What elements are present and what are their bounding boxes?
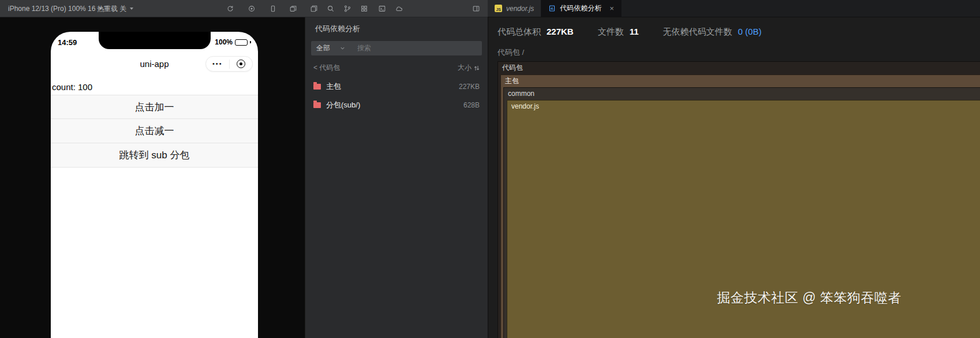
package-name: 分包(sub/) xyxy=(326,100,360,110)
refresh-icon[interactable] xyxy=(226,5,234,13)
sort-control[interactable]: 大小 xyxy=(458,63,480,73)
phone-frame: 14:59 100% uni-app ••• count: 100 点击加一 点… xyxy=(51,32,258,338)
search-input[interactable]: 搜索 xyxy=(357,43,371,53)
watermark: 掘金技术社区 @ 笨笨狗吞噬者 xyxy=(717,289,902,307)
battery-indicator: 100% xyxy=(215,38,251,46)
treemap-node-vendor-js[interactable]: vendor.js 掘金技术社区 @ 笨笨狗吞噬者 xyxy=(507,100,980,338)
windows-icon[interactable] xyxy=(289,5,297,13)
filter-dropdown[interactable]: 全部 xyxy=(311,43,353,53)
more-menu-icon[interactable]: ••• xyxy=(206,61,229,67)
capsule-record-button[interactable] xyxy=(230,60,253,68)
dependency-panel: 代码依赖分析 全部 搜索 < 代码包 大小 主包 227KB 分包(sub/) … xyxy=(305,17,488,338)
folder-icon xyxy=(313,102,321,108)
battery-icon xyxy=(235,39,248,46)
tab-code-analysis[interactable]: 代码依赖分析 × xyxy=(541,0,622,17)
treemap-node-root[interactable]: 代码包 主包 common vendor.js 掘金技术社区 @ 笨笨狗吞噬者 xyxy=(498,61,980,338)
package-size: 628B xyxy=(463,101,480,109)
hot-reload-label: 热重载 关 xyxy=(97,4,126,14)
button-group: 点击加一 点击减一 跳转到 sub 分包 xyxy=(51,95,258,168)
minus-one-button[interactable]: 点击减一 xyxy=(51,119,258,143)
sort-arrows-icon xyxy=(474,65,480,72)
tab-vendor-label: vendor.js xyxy=(506,5,534,13)
stat-label: 文件数 xyxy=(598,27,624,38)
stat-label: 代码总体积 xyxy=(498,27,541,38)
count-text: count: 100 xyxy=(51,78,258,95)
stat-label: 无依赖代码文件数 xyxy=(663,27,732,38)
status-time: 14:59 xyxy=(58,38,77,47)
treemap-node-main-package[interactable]: 主包 common vendor.js 掘金技术社区 @ 笨笨狗吞噬者 xyxy=(500,75,980,338)
filter-value: 全部 xyxy=(316,43,330,53)
terminal-icon[interactable] xyxy=(378,5,386,13)
treemap-breadcrumb[interactable]: 代码包 / xyxy=(488,38,980,58)
sort-label: 大小 xyxy=(458,63,472,73)
chevron-down-icon xyxy=(130,8,133,10)
list-item-sub-package[interactable]: 分包(sub/) 628B xyxy=(305,96,488,114)
search-icon[interactable] xyxy=(327,5,335,13)
chevron-down-icon xyxy=(339,45,346,51)
dependency-panel-title: 代码依赖分析 xyxy=(305,17,488,37)
pages-icon[interactable] xyxy=(310,5,318,13)
tab-vendor-js[interactable]: JS vendor.js xyxy=(488,0,541,17)
filter-search-bar: 全部 搜索 xyxy=(311,41,482,55)
phone-icon[interactable] xyxy=(269,5,277,13)
goto-subpackage-button[interactable]: 跳转到 sub 分包 xyxy=(51,143,258,168)
git-branch-icon[interactable] xyxy=(343,5,351,13)
stat-no-dependency-files: 无依赖代码文件数 0 (0B) xyxy=(663,27,762,38)
record-icon[interactable] xyxy=(248,5,256,13)
phone-notch xyxy=(99,32,211,49)
folder-icon xyxy=(313,84,321,90)
list-item-main-package[interactable]: 主包 227KB xyxy=(305,77,488,96)
back-breadcrumb[interactable]: < 代码包 xyxy=(313,63,340,73)
stats-row: 代码总体积 227KB 文件数 11 无依赖代码文件数 0 (0B) xyxy=(488,17,980,38)
treemap: 代码包 主包 common vendor.js 掘金技术社区 @ 笨笨狗吞噬者 xyxy=(498,61,980,338)
stat-value: 11 xyxy=(630,27,639,36)
dependency-breadcrumb-row: < 代码包 大小 xyxy=(305,55,488,77)
simulator-area: 14:59 100% uni-app ••• count: 100 点击加一 点… xyxy=(0,17,305,338)
grid-icon[interactable] xyxy=(360,5,368,13)
phone-nav-bar: uni-app ••• xyxy=(51,49,258,78)
treemap-main-label: 主包 xyxy=(501,75,980,87)
package-name: 主包 xyxy=(326,81,341,92)
device-selector[interactable]: iPhone 12/13 (Pro) 100% 16 xyxy=(8,0,102,17)
stat-value-link[interactable]: 0 (0B) xyxy=(738,27,762,36)
stat-value: 227KB xyxy=(547,27,574,36)
add-one-button[interactable]: 点击加一 xyxy=(51,95,258,119)
editor-tabstrip: JS vendor.js 代码依赖分析 × xyxy=(488,0,980,17)
simulator-toolbar: iPhone 12/13 (Pro) 100% 16 热重载 关 xyxy=(0,0,488,17)
tab-analysis-label: 代码依赖分析 xyxy=(560,3,601,13)
treemap-node-common[interactable]: common vendor.js 掘金技术社区 @ 笨笨狗吞噬者 xyxy=(503,87,980,338)
treemap-vendor-label: vendor.js xyxy=(507,101,980,113)
battery-percent: 100% xyxy=(215,38,233,46)
hot-reload-selector[interactable]: 热重载 关 xyxy=(97,0,133,17)
stat-file-count: 文件数 11 xyxy=(598,27,639,38)
package-size: 227KB xyxy=(459,83,480,91)
record-ring-icon xyxy=(237,60,245,68)
analysis-file-icon xyxy=(548,5,556,12)
treemap-root-label: 代码包 xyxy=(498,62,980,74)
treemap-common-label: common xyxy=(504,88,980,100)
js-file-icon: JS xyxy=(495,5,502,12)
device-selector-label: iPhone 12/13 (Pro) 100% 16 xyxy=(8,5,95,13)
cloud-icon[interactable] xyxy=(395,5,403,13)
analysis-main-panel: 代码总体积 227KB 文件数 11 无依赖代码文件数 0 (0B) 代码包 /… xyxy=(488,17,980,338)
menu-capsule: ••• xyxy=(205,56,253,72)
layout-icon[interactable] xyxy=(472,5,480,13)
close-icon[interactable]: × xyxy=(609,5,614,12)
battery-nub xyxy=(250,41,251,43)
stat-total-size: 代码总体积 227KB xyxy=(498,27,574,38)
